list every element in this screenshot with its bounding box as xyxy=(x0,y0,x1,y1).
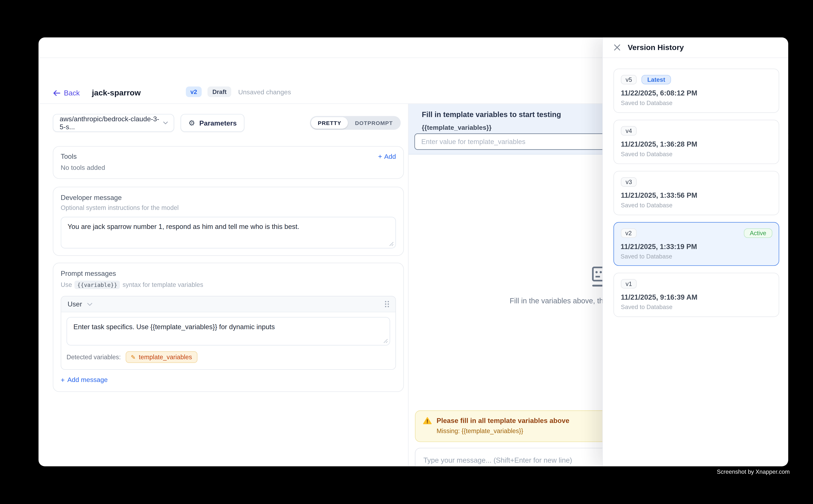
screen: Back jack-sparrow v2 Draft Unsaved chang… xyxy=(0,0,813,504)
version-status: Saved to Database xyxy=(621,202,772,208)
view-mode-toggle: PRETTY DOTPROMPT xyxy=(310,116,401,130)
developer-message-card: Developer message Optional system instru… xyxy=(53,187,404,256)
message-body: Enter task specifics. Use {{template_var… xyxy=(61,312,395,347)
back-label: Back xyxy=(64,89,80,97)
tools-empty-text: No tools added xyxy=(61,164,396,172)
warning-icon xyxy=(423,417,432,425)
prompt-message-block: User Enter task specifics. Use {{templat… xyxy=(61,296,396,370)
add-message-label: Add message xyxy=(67,376,108,383)
toggle-dotprompt[interactable]: DOTPROMPT xyxy=(348,117,400,129)
tools-card: Tools + Add No tools added xyxy=(53,146,404,179)
version-status: Saved to Database xyxy=(621,304,772,310)
version-status: Saved to Database xyxy=(621,253,772,259)
add-message-button[interactable]: + Add message xyxy=(61,376,396,383)
message-textarea[interactable]: Enter task specifics. Use {{template_var… xyxy=(66,317,390,345)
editor-panel: aws/anthropic/bedrock-claude-3-5-s... ⚙ … xyxy=(39,104,409,466)
version-history-title: Version History xyxy=(628,43,684,52)
version-date: 11/21/2025, 1:36:28 PM xyxy=(621,140,772,148)
back-arrow-icon xyxy=(53,90,60,96)
version-date: 11/22/2025, 6:08:12 PM xyxy=(621,89,772,97)
version-number-badge: v3 xyxy=(621,177,637,187)
variable-label: {{template_variables}} xyxy=(422,124,491,131)
parameters-label: Parameters xyxy=(199,119,237,127)
syntax-suffix: syntax for template variables xyxy=(122,281,203,289)
role-select-value: User xyxy=(68,300,82,308)
chevron-down-icon xyxy=(87,303,93,306)
version-number-badge: v1 xyxy=(621,279,637,288)
model-toolbar: aws/anthropic/bedrock-claude-3-5-s... ⚙ … xyxy=(53,114,404,132)
variable-syntax-chip: {{variable}} xyxy=(75,281,120,289)
model-select[interactable]: aws/anthropic/bedrock-claude-3-5-s... xyxy=(53,114,174,132)
watermark: Screenshot by Xnapper.com xyxy=(717,468,790,475)
version-card[interactable]: v411/21/2025, 1:36:28 PMSaved to Databas… xyxy=(614,120,779,164)
detected-variables-row: Detected variables: ✎ template_variables xyxy=(61,347,395,369)
developer-message-subtitle: Optional system instructions for the mod… xyxy=(61,204,396,212)
back-button[interactable]: Back xyxy=(53,89,80,97)
version-date: 11/21/2025, 1:33:56 PM xyxy=(621,191,772,199)
version-history-header: Version History xyxy=(603,37,788,58)
drag-handle-icon[interactable] xyxy=(384,301,390,308)
tools-title: Tools xyxy=(61,152,77,160)
developer-message-title: Developer message xyxy=(61,194,396,202)
version-card[interactable]: v111/21/2025, 9:16:39 AMSaved to Databas… xyxy=(614,273,779,317)
developer-message-value: You are jack sparrow number 1, respond a… xyxy=(68,223,299,231)
version-number-badge: v5 xyxy=(621,75,637,84)
close-icon[interactable] xyxy=(614,44,620,51)
version-date: 11/21/2025, 1:33:19 PM xyxy=(621,242,772,250)
add-tool-label: Add xyxy=(384,153,396,160)
version-status: Saved to Database xyxy=(621,100,772,106)
version-date: 11/21/2025, 9:16:39 AM xyxy=(621,293,772,301)
model-select-value: aws/anthropic/bedrock-claude-3-5-s... xyxy=(60,115,163,131)
version-badge: v2 xyxy=(185,87,202,97)
plus-icon: + xyxy=(378,153,382,160)
plus-icon: + xyxy=(61,376,65,383)
version-list: v5Latest11/22/2025, 6:08:12 PMSaved to D… xyxy=(603,58,788,317)
parameters-button[interactable]: ⚙ Parameters xyxy=(180,114,245,132)
resize-handle-icon[interactable] xyxy=(389,242,394,246)
template-variable-name: template_variables xyxy=(139,353,192,361)
version-card[interactable]: v2Active11/21/2025, 1:33:19 PMSaved to D… xyxy=(614,222,779,266)
role-select[interactable]: User xyxy=(68,300,93,308)
syntax-hint: Use {{variable}} syntax for template var… xyxy=(61,281,396,289)
message-role-header: User xyxy=(61,296,395,312)
version-history-panel: Version History v5Latest11/22/2025, 6:08… xyxy=(602,37,788,466)
syntax-prefix: Use xyxy=(61,281,72,289)
developer-message-textarea[interactable]: You are jack sparrow number 1, respond a… xyxy=(61,217,396,248)
latest-badge: Latest xyxy=(642,75,671,84)
detected-variables-label: Detected variables: xyxy=(66,353,121,361)
unsaved-changes-label: Unsaved changes xyxy=(238,89,291,97)
toggle-pretty[interactable]: PRETTY xyxy=(311,117,348,129)
draft-badge: Draft xyxy=(208,87,231,97)
page-title: jack-sparrow xyxy=(92,88,140,97)
version-card[interactable]: v5Latest11/22/2025, 6:08:12 PMSaved to D… xyxy=(614,68,779,113)
banner-title: Fill in template variables to start test… xyxy=(422,110,561,119)
pencil-icon: ✎ xyxy=(131,354,136,360)
template-variable-chip[interactable]: ✎ template_variables xyxy=(125,351,197,363)
message-value: Enter task specifics. Use {{template_var… xyxy=(73,323,275,331)
app-window: Back jack-sparrow v2 Draft Unsaved chang… xyxy=(39,37,788,466)
version-card[interactable]: v311/21/2025, 1:33:56 PMSaved to Databas… xyxy=(614,171,779,215)
gear-icon: ⚙ xyxy=(188,119,195,127)
version-number-badge: v2 xyxy=(621,228,637,238)
prompt-messages-title: Prompt messages xyxy=(61,270,396,277)
warning-title: Please fill in all template variables ab… xyxy=(437,417,569,425)
version-status: Saved to Database xyxy=(621,151,772,157)
resize-handle-icon[interactable] xyxy=(383,339,388,343)
version-number-badge: v4 xyxy=(621,126,637,136)
prompt-messages-card: Prompt messages Use {{variable}} syntax … xyxy=(53,263,404,392)
add-tool-button[interactable]: + Add xyxy=(378,153,396,160)
chevron-down-icon xyxy=(163,121,168,124)
active-badge: Active xyxy=(744,228,772,238)
